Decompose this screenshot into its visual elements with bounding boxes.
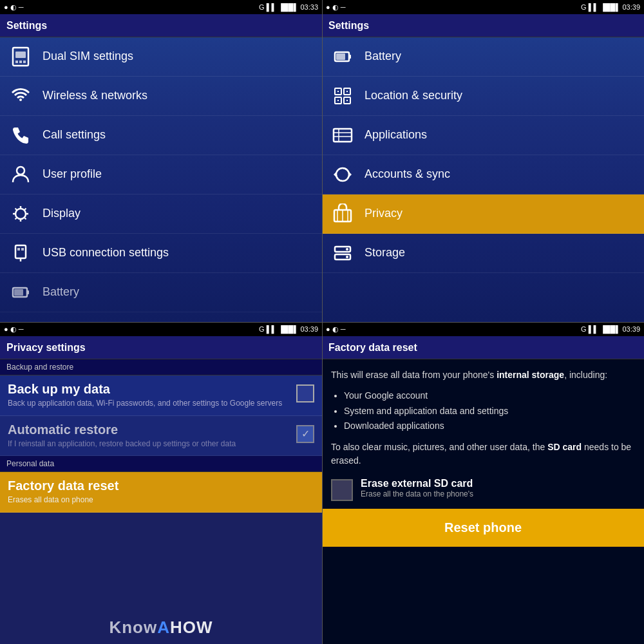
svg-rect-33 (334, 129, 352, 142)
storage-label: Storage (365, 246, 405, 260)
privacy-item-factory-reset[interactable]: Factory data reset Erases all data on ph… (0, 472, 322, 513)
svg-point-45 (346, 256, 348, 258)
auto-restore-checkbox[interactable] (296, 425, 314, 443)
status-bar-right-q1: G ▌▌ ▐██▌ 03:33 (259, 3, 318, 11)
bullet-apps: Downloaded applications (344, 420, 635, 433)
auto-restore-text: Automatic restore If I reinstall an appl… (8, 422, 291, 450)
svg-rect-24 (336, 53, 345, 60)
settings-item-display[interactable]: Display (0, 194, 322, 234)
svg-line-13 (24, 209, 26, 211)
settings-item-privacy[interactable]: Privacy (322, 194, 644, 234)
settings-item-wireless[interactable]: Wireless & networks (0, 77, 322, 116)
notif-icons-q3: ● ◐ ─ (4, 325, 24, 334)
svg-rect-30 (346, 91, 348, 92)
svg-rect-16 (17, 248, 20, 251)
signal-icon-q3: G ▌▌ (259, 325, 276, 333)
factory-sd-note: To also clear music, pictures, and other… (331, 440, 635, 468)
svg-rect-1 (15, 52, 26, 58)
svg-line-14 (15, 218, 17, 220)
battery-icon-q3: ▐██▌ (278, 325, 298, 333)
panel-q2: ● ◐ ─ G ▌▌ ▐██▌ 03:39 Settings Battery L… (322, 0, 644, 322)
settings-item-user-profile[interactable]: User profile (0, 155, 322, 194)
battery2-label: Battery (365, 50, 401, 64)
notif-icons-q4: ● ◐ ─ (326, 325, 346, 334)
svg-rect-20 (27, 290, 29, 294)
panel-q4: ● ◐ ─ G ▌▌ ▐██▌ 03:39 Factory data reset… (322, 322, 644, 644)
apps-icon (330, 122, 355, 148)
backup-checkbox[interactable] (296, 384, 314, 402)
bullet-system: System and application data and settings (344, 405, 635, 418)
svg-rect-15 (15, 245, 26, 258)
erase-sd-text: Erase external SD card Erase all the dat… (361, 478, 473, 498)
battery2-icon (330, 44, 355, 70)
user-profile-label: User profile (43, 167, 102, 182)
svg-point-6 (15, 209, 26, 219)
title-bar-q1: Settings (0, 14, 322, 37)
status-bar-left-q3: ● ◐ ─ (4, 325, 24, 334)
settings-item-location[interactable]: Location & security (322, 77, 644, 116)
usb-icon (8, 240, 33, 266)
factory-description: This will erase all data from your phone… (331, 368, 635, 382)
status-bar-left-q1: ● ◐ ─ (4, 3, 24, 12)
settings-item-accounts[interactable]: Accounts & sync (322, 155, 644, 194)
panel-q1: ● ◐ ─ G ▌▌ ▐██▌ 03:33 Settings Dual SIM … (0, 0, 322, 322)
settings-item-dual-sim[interactable]: Dual SIM settings (0, 37, 322, 77)
status-bar-left-q2: ● ◐ ─ (326, 3, 346, 12)
status-bar-right-q4: G ▌▌ ▐██▌ 03:39 (581, 325, 640, 333)
privacy-item-auto-restore[interactable]: Automatic restore If I reinstall an appl… (0, 416, 322, 457)
settings-item-applications[interactable]: Applications (322, 116, 644, 155)
time-q4: 03:39 (622, 325, 640, 333)
factory-content: This will erase all data from your phone… (322, 359, 644, 644)
settings-item-call[interactable]: Call settings (0, 116, 322, 155)
time-q1: 03:33 (300, 3, 318, 11)
wireless-label: Wireless & networks (43, 89, 147, 103)
reset-phone-button[interactable]: Reset phone (322, 509, 644, 547)
svg-rect-17 (21, 248, 24, 251)
display-icon (8, 201, 33, 227)
title-bar-q4: Factory data reset (322, 336, 644, 359)
storage-icon (330, 240, 355, 266)
usb-label: USB connection settings (43, 246, 169, 260)
location-label: Location & security (365, 89, 462, 103)
panel-q3: ● ◐ ─ G ▌▌ ▐██▌ 03:39 Privacy settings B… (0, 322, 322, 644)
status-bar-right-q2: G ▌▌ ▐██▌ 03:39 (581, 3, 640, 11)
title-bar-q2: Settings (322, 14, 644, 37)
status-bar-q3: ● ◐ ─ G ▌▌ ▐██▌ 03:39 (0, 322, 322, 336)
battery-icon-q1: ▐██▌ (278, 3, 298, 11)
sync-icon (330, 162, 355, 187)
settings-item-storage[interactable]: Storage (322, 234, 644, 273)
svg-line-12 (24, 218, 26, 220)
settings-item-usb[interactable]: USB connection settings (0, 234, 322, 273)
status-bar-right-q3: G ▌▌ ▐██▌ 03:39 (259, 325, 318, 333)
svg-point-5 (17, 167, 24, 175)
privacy-icon (330, 201, 355, 227)
settings-item-battery-q2[interactable]: Battery (322, 37, 644, 77)
privacy-item-backup[interactable]: Back up my data Back up application data… (0, 375, 322, 416)
notification-icons-q1: ● ◐ ─ (4, 3, 24, 12)
svg-rect-2 (15, 61, 18, 63)
battery-icon-q1 (8, 279, 33, 305)
privacy-label: Privacy (365, 207, 402, 221)
svg-rect-32 (346, 100, 348, 101)
settings-item-battery-q1[interactable]: Battery (0, 273, 322, 312)
location-icon (330, 83, 355, 109)
svg-rect-23 (349, 55, 351, 59)
call-label: Call settings (43, 128, 106, 142)
status-bar-q2: ● ◐ ─ G ▌▌ ▐██▌ 03:39 (322, 0, 644, 14)
time-q2: 03:39 (622, 3, 640, 11)
svg-marker-37 (334, 172, 336, 177)
signal-icon-q1: G ▌▌ (259, 3, 276, 11)
signal-icon-q4: G ▌▌ (581, 325, 598, 333)
erase-sd-checkbox[interactable] (331, 479, 353, 501)
section-header-personal: Personal data (0, 456, 322, 472)
dual-sim-label: Dual SIM settings (43, 50, 133, 64)
erase-sd-row: Erase external SD card Erase all the dat… (331, 478, 635, 501)
factory-bullets-list: Your Google account System and applicati… (331, 390, 635, 433)
status-bar-q1: ● ◐ ─ G ▌▌ ▐██▌ 03:33 (0, 0, 322, 14)
horizontal-divider (0, 322, 644, 323)
svg-rect-21 (14, 289, 23, 296)
display-label: Display (43, 207, 80, 221)
accounts-label: Accounts & sync (365, 167, 450, 182)
phone-icon (8, 122, 33, 148)
sim-icon (8, 44, 33, 70)
